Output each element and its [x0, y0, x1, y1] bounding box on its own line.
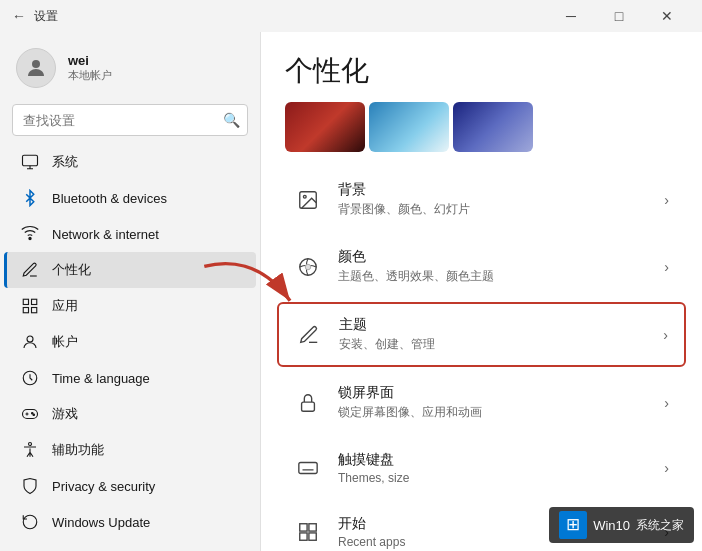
theme-thumb-3[interactable] — [453, 102, 533, 152]
window-title: 设置 — [34, 8, 58, 25]
lockscreen-desc: 锁定屏幕图像、应用和动画 — [338, 404, 648, 421]
settings-item-touchkeyboard[interactable]: 触摸键盘 Themes, size › — [277, 438, 686, 498]
svg-point-16 — [305, 264, 311, 270]
theme-thumb-2[interactable] — [369, 102, 449, 152]
background-title: 背景 — [338, 181, 648, 199]
sidebar-item-label: 辅助功能 — [52, 441, 104, 459]
svg-rect-3 — [23, 299, 28, 304]
colors-text: 颜色 主题色、透明效果、颜色主题 — [338, 248, 648, 285]
sidebar-item-bluetooth[interactable]: Bluetooth & devices — [4, 180, 256, 216]
themes-text: 主题 安装、创建、管理 — [339, 316, 647, 353]
svg-rect-1 — [23, 155, 38, 166]
sidebar-item-label: 个性化 — [52, 261, 91, 279]
panel-header: 个性化 — [261, 32, 702, 102]
svg-rect-9 — [23, 410, 38, 419]
window-controls: ─ □ ✕ — [548, 0, 690, 32]
settings-item-themes[interactable]: 主题 安装、创建、管理 › — [277, 302, 686, 367]
sidebar-item-personalization[interactable]: 个性化 — [4, 252, 256, 288]
sidebar-item-update[interactable]: Windows Update — [4, 504, 256, 540]
svg-rect-22 — [309, 533, 316, 540]
sidebar-item-system[interactable]: 系统 — [4, 144, 256, 180]
close-button[interactable]: ✕ — [644, 0, 690, 32]
bluetooth-icon — [20, 188, 40, 208]
right-panel: 个性化 背景 背景图像、颜色、幻灯片 › — [260, 32, 702, 551]
search-input[interactable] — [12, 104, 248, 136]
back-icon[interactable]: ← — [12, 8, 26, 24]
lockscreen-icon — [294, 389, 322, 417]
avatar — [16, 48, 56, 88]
sidebar-item-privacy[interactable]: Privacy & security — [4, 468, 256, 504]
settings-window: ← 设置 ─ □ ✕ wei 本地帐户 🔍 — [0, 0, 702, 551]
svg-rect-19 — [300, 524, 307, 531]
colors-chevron: › — [664, 259, 669, 275]
personalization-icon — [20, 260, 40, 280]
svg-point-12 — [29, 443, 32, 446]
svg-text:⊞: ⊞ — [566, 515, 580, 534]
touchkeyboard-icon — [294, 454, 322, 482]
gaming-icon — [20, 404, 40, 424]
sidebar-item-time[interactable]: Time & language — [4, 360, 256, 396]
sidebar: wei 本地帐户 🔍 系统 — [0, 32, 260, 551]
minimize-button[interactable]: ─ — [548, 0, 594, 32]
settings-list: 背景 背景图像、颜色、幻灯片 › 颜色 主题色、透明效果、颜色主题 › — [261, 168, 702, 551]
search-box: 🔍 — [12, 104, 248, 136]
themes-icon — [295, 321, 323, 349]
settings-item-background[interactable]: 背景 背景图像、颜色、幻灯片 › — [277, 168, 686, 231]
sidebar-item-apps[interactable]: 应用 — [4, 288, 256, 324]
svg-point-11 — [33, 414, 35, 416]
user-profile[interactable]: wei 本地帐户 — [0, 32, 260, 100]
user-name: wei — [68, 53, 112, 68]
watermark: ⊞ Win10 系统之家 — [549, 507, 694, 543]
accounts-icon — [20, 332, 40, 352]
sidebar-item-label: Time & language — [52, 371, 150, 386]
sidebar-item-network[interactable]: Network & internet — [4, 216, 256, 252]
user-info: wei 本地帐户 — [68, 53, 112, 83]
nav-list: 系统 Bluetooth & devices Network & interne… — [0, 144, 260, 540]
svg-point-14 — [303, 195, 306, 198]
theme-thumb-1[interactable] — [285, 102, 365, 152]
sidebar-item-accessibility[interactable]: 辅助功能 — [4, 432, 256, 468]
sidebar-item-label: 应用 — [52, 297, 78, 315]
main-content: wei 本地帐户 🔍 系统 — [0, 32, 702, 551]
windows-logo: ⊞ — [559, 511, 587, 539]
sidebar-item-label: Privacy & security — [52, 479, 155, 494]
start-icon — [294, 518, 322, 546]
sidebar-item-label: Network & internet — [52, 227, 159, 242]
sidebar-item-label: 帐户 — [52, 333, 78, 351]
touchkeyboard-desc: Themes, size — [338, 471, 648, 485]
watermark-text: Win10 — [593, 518, 630, 533]
svg-point-10 — [32, 413, 34, 415]
sidebar-item-accounts[interactable]: 帐户 — [4, 324, 256, 360]
svg-rect-18 — [299, 463, 317, 474]
apps-icon — [20, 296, 40, 316]
settings-item-colors[interactable]: 颜色 主题色、透明效果、颜色主题 › — [277, 235, 686, 298]
sidebar-item-label: 游戏 — [52, 405, 78, 423]
system-icon — [20, 152, 40, 172]
touchkeyboard-text: 触摸键盘 Themes, size — [338, 451, 648, 485]
svg-rect-20 — [309, 524, 316, 531]
svg-rect-5 — [32, 308, 37, 313]
background-desc: 背景图像、颜色、幻灯片 — [338, 201, 648, 218]
sidebar-item-gaming[interactable]: 游戏 — [4, 396, 256, 432]
svg-rect-6 — [23, 308, 28, 313]
sidebar-item-label: 系统 — [52, 153, 78, 171]
maximize-button[interactable]: □ — [596, 0, 642, 32]
themes-chevron: › — [663, 327, 668, 343]
lockscreen-text: 锁屏界面 锁定屏幕图像、应用和动画 — [338, 384, 648, 421]
svg-point-2 — [29, 237, 31, 239]
title-bar: ← 设置 ─ □ ✕ — [0, 0, 702, 32]
update-icon — [20, 512, 40, 532]
time-icon — [20, 368, 40, 388]
user-type: 本地帐户 — [68, 68, 112, 83]
settings-item-lockscreen[interactable]: 锁屏界面 锁定屏幕图像、应用和动画 › — [277, 371, 686, 434]
svg-rect-4 — [32, 299, 37, 304]
themes-title: 主题 — [339, 316, 647, 334]
background-icon — [294, 186, 322, 214]
svg-point-0 — [32, 60, 40, 68]
lockscreen-chevron: › — [664, 395, 669, 411]
site-name: 系统之家 — [636, 517, 684, 534]
touchkeyboard-chevron: › — [664, 460, 669, 476]
accessibility-icon — [20, 440, 40, 460]
theme-preview — [261, 102, 702, 168]
lockscreen-title: 锁屏界面 — [338, 384, 648, 402]
